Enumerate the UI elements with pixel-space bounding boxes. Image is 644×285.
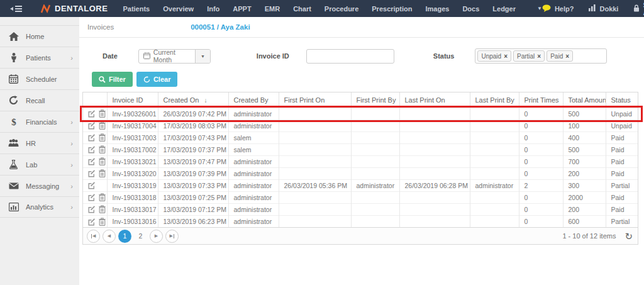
trash-icon[interactable]: [99, 121, 106, 130]
column-header-status[interactable]: Status: [606, 92, 638, 108]
nav-item-procedure[interactable]: Procedure: [325, 5, 358, 13]
remove-tag-icon[interactable]: ×: [537, 53, 541, 60]
filter-button[interactable]: Filter: [92, 72, 133, 87]
pager-first-button[interactable]: ◀: [87, 230, 100, 243]
column-header-created-on[interactable]: Created On↓: [158, 92, 228, 108]
trash-icon[interactable]: [99, 218, 106, 226]
nav-item-chart[interactable]: Chart: [293, 5, 311, 13]
cell-status: Paid: [606, 191, 638, 203]
sidebar-item-financials[interactable]: $Financials›: [0, 111, 79, 132]
cell-created-by: administrator: [228, 155, 279, 167]
pager-next-button[interactable]: ▶: [150, 230, 163, 243]
sidebar-item-analytics[interactable]: Analytics›: [0, 196, 79, 218]
row-actions-cell: [83, 108, 107, 120]
edit-icon[interactable]: [87, 218, 96, 226]
nav-item-overview[interactable]: Overview: [163, 5, 194, 13]
pager-page-1[interactable]: 1: [118, 230, 131, 243]
clear-button[interactable]: Clear: [136, 72, 178, 87]
remove-tag-icon[interactable]: ×: [565, 53, 569, 60]
column-header-label: Total Amount: [569, 96, 606, 104]
cell-last-print-by: [470, 167, 519, 179]
nav-item-images[interactable]: Images: [425, 5, 449, 13]
column-header-invoice-id[interactable]: Invoice ID: [107, 92, 158, 108]
column-header-first-print-by[interactable]: First Print By: [351, 92, 399, 108]
trash-icon[interactable]: [99, 157, 106, 165]
trash-icon[interactable]: [99, 145, 106, 154]
chevron-right-icon: ›: [70, 54, 73, 62]
date-caret-icon[interactable]: ▼: [195, 50, 210, 63]
nav-item-appt[interactable]: APPT: [233, 5, 251, 13]
cell-print-times: 0: [519, 167, 563, 179]
invoice-id-input[interactable]: [306, 49, 394, 64]
column-header-label: Status: [611, 96, 631, 104]
column-header-last-print-by[interactable]: Last Print By: [470, 92, 519, 108]
nav-item-prescription[interactable]: Prescription: [372, 5, 412, 13]
help-button[interactable]: Help?: [542, 4, 574, 13]
cell-print-times: 0: [519, 120, 563, 131]
nav-item-patients[interactable]: Patients: [123, 5, 150, 13]
main-content: Invoices 000051 / Aya Zaki Date Current …: [79, 17, 644, 285]
sidebar-item-patients[interactable]: Patients›: [0, 47, 79, 68]
pager-page-2[interactable]: 2: [134, 230, 147, 243]
edit-icon[interactable]: [87, 121, 96, 130]
trash-icon[interactable]: [99, 133, 106, 142]
clinic-selector[interactable]: Dokki: [589, 4, 618, 13]
cell-last-print-on: [399, 131, 470, 143]
edit-icon[interactable]: [87, 205, 96, 213]
cell-created-on: 13/03/2019 07:33 PM: [158, 179, 228, 191]
sidebar-collapse-icon[interactable]: [10, 6, 22, 12]
edit-icon[interactable]: [87, 145, 96, 154]
sort-desc-icon: ↓: [204, 97, 207, 104]
cell-created-on: 13/03/2019 07:47 PM: [158, 155, 228, 167]
refresh-icon[interactable]: ↻: [625, 232, 633, 241]
column-header-created-by[interactable]: Created By: [228, 92, 279, 108]
trash-icon[interactable]: [99, 205, 106, 213]
column-header-last-print-on[interactable]: Last Print On: [399, 92, 470, 108]
column-header-actions[interactable]: [83, 92, 107, 108]
cell-print-times: 0: [519, 191, 563, 203]
brand-logo[interactable]: DENTALORE: [41, 4, 108, 13]
cell-last-print-on: [399, 191, 470, 203]
user-menu[interactable]: System Administrator ▼: [633, 1, 644, 16]
nav-item-emr[interactable]: EMR: [265, 5, 280, 13]
cell-print-times: 0: [519, 131, 563, 143]
edit-icon[interactable]: [87, 157, 96, 165]
edit-icon[interactable]: [87, 193, 96, 201]
sidebar-item-messaging[interactable]: Messaging›: [0, 175, 79, 196]
pager: ◀ ◀ 12 ▶ ▶ 1 - 10 of 12 items ↻: [83, 227, 638, 244]
edit-icon[interactable]: [87, 109, 96, 118]
sidebar-item-label: Messaging: [26, 182, 59, 190]
patient-link[interactable]: 000051 / Aya Zaki: [191, 23, 250, 31]
sidebar-item-recall[interactable]: Recall: [0, 89, 79, 111]
pager-prev-button[interactable]: ◀: [103, 230, 116, 243]
column-header-print-times[interactable]: Print Times: [519, 92, 563, 108]
column-header-first-print-on[interactable]: First Print On: [279, 92, 351, 108]
column-header-total-amount[interactable]: Total Amount: [563, 92, 606, 108]
cell-print-times: 2: [519, 179, 563, 191]
cell-created-on: 13/03/2019 06:23 PM: [158, 215, 228, 227]
edit-icon[interactable]: [87, 133, 96, 142]
navbar-overflow-caret[interactable]: ▼: [537, 6, 542, 11]
sidebar-item-scheduler[interactable]: Scheduler: [0, 68, 79, 89]
edit-icon[interactable]: [87, 169, 96, 177]
nav-item-docs[interactable]: Docs: [462, 5, 479, 13]
remove-tag-icon[interactable]: ×: [504, 53, 508, 60]
chevron-right-icon: ›: [70, 140, 73, 147]
nav-item-ledger[interactable]: Ledger: [492, 5, 516, 13]
pager-last-button[interactable]: ▶: [165, 230, 179, 243]
sidebar-item-hr[interactable]: HR›: [0, 132, 79, 154]
edit-icon[interactable]: [87, 181, 96, 189]
nav-item-info[interactable]: Info: [207, 5, 219, 13]
sidebar-item-home[interactable]: Home: [0, 25, 79, 47]
cell-invoice-id: Inv-190313018: [107, 191, 158, 203]
status-multiselect[interactable]: Unpaid×Partial×Paid×: [475, 48, 607, 64]
trash-icon[interactable]: [99, 169, 106, 177]
help-label: Help?: [555, 5, 574, 13]
cell-status: Paid: [606, 143, 638, 155]
trash-icon[interactable]: [99, 193, 106, 201]
cell-print-times: 0: [519, 143, 563, 155]
date-dropdown[interactable]: Current Month ▼: [138, 49, 211, 64]
trash-icon[interactable]: [99, 109, 106, 118]
cell-first-print-on: [279, 108, 351, 120]
sidebar-item-lab[interactable]: Lab›: [0, 154, 79, 175]
